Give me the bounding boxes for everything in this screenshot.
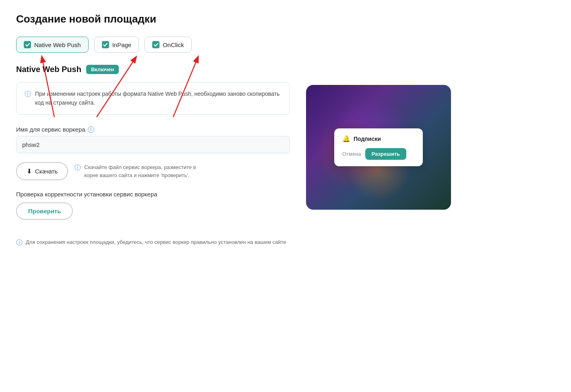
service-worker-input[interactable] <box>16 136 290 153</box>
tab-checkbox-onclick <box>152 41 159 48</box>
bottom-info: ⓘ Для сохранения настроек площадки, убед… <box>16 238 290 247</box>
preview-card: 🔔 Подписки Отмена Разрешить <box>306 85 451 210</box>
verify-section: Проверка корректности установки сервис в… <box>16 191 290 234</box>
page-title: Создание новой площадки <box>16 13 555 25</box>
download-button[interactable]: ⬇ Скачать <box>16 162 68 180</box>
info-circle-icon: ⓘ <box>25 90 31 99</box>
tabs-row: Native Web Push InPage OnClick <box>16 37 555 53</box>
main-content: Native Web Push Включен ⓘ При изменении … <box>16 65 555 247</box>
push-popup: 🔔 Подписки Отмена Разрешить <box>334 128 423 166</box>
download-hint: ⓘ Скачайте файл сервис воркера, размести… <box>74 163 197 179</box>
push-cancel-button[interactable]: Отмена <box>342 151 361 157</box>
field-label: Имя для сервис воркера i <box>16 126 290 133</box>
info-box: ⓘ При изменении настроек работы формата … <box>16 82 290 115</box>
section-title: Native Web Push <box>16 65 81 74</box>
download-icon: ⬇ <box>27 167 32 175</box>
left-panel: Native Web Push Включен ⓘ При изменении … <box>16 65 290 247</box>
tab-checkbox-native <box>24 41 31 48</box>
info-box-text: При изменении настроек работы формата Na… <box>35 90 281 107</box>
tab-label-native: Native Web Push <box>34 41 81 48</box>
bell-icon: 🔔 <box>342 135 350 142</box>
bottom-info-icon: ⓘ <box>16 239 23 247</box>
tab-inpage[interactable]: InPage <box>94 37 139 53</box>
enabled-badge: Включен <box>86 65 119 74</box>
tab-onclick[interactable]: OnClick <box>145 37 192 53</box>
tab-label-inpage: InPage <box>112 41 132 48</box>
push-allow-button[interactable]: Разрешить <box>365 148 407 160</box>
push-popup-header: 🔔 Подписки <box>342 135 415 142</box>
download-row: ⬇ Скачать ⓘ Скачайте файл сервис воркера… <box>16 162 290 180</box>
tab-native-web-push[interactable]: Native Web Push <box>16 37 89 53</box>
download-hint-text: Скачайте файл сервис воркера, разместите… <box>84 163 197 179</box>
tab-checkbox-inpage <box>102 41 109 48</box>
right-panel: 🔔 Подписки Отмена Разрешить <box>306 85 451 210</box>
verify-label: Проверка корректности установки сервис в… <box>16 191 290 198</box>
bottom-info-text: Для сохранения настроек площадки, убедит… <box>26 238 286 246</box>
push-popup-actions: Отмена Разрешить <box>342 148 415 160</box>
service-worker-field: Имя для сервис воркера i <box>16 126 290 162</box>
download-hint-icon: ⓘ <box>74 164 81 172</box>
tab-label-onclick: OnClick <box>163 41 184 48</box>
push-popup-title: Подписки <box>354 136 381 142</box>
field-info-icon[interactable]: i <box>88 126 94 133</box>
section-heading: Native Web Push Включен <box>16 65 290 74</box>
verify-button[interactable]: Проверить <box>16 202 73 220</box>
